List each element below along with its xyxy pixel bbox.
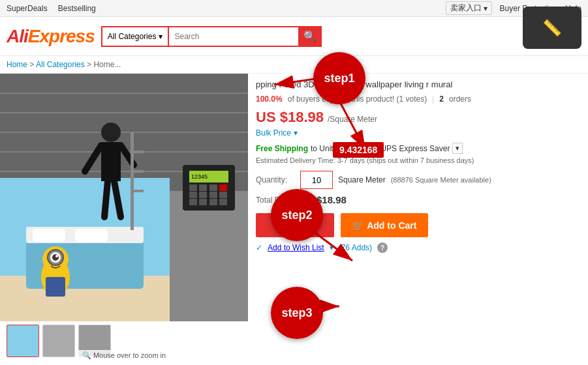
buy-now-button[interactable]: Buy Now (256, 213, 334, 237)
bulk-price-label: Bulk Price (256, 128, 291, 138)
shipping-dropdown[interactable]: ▾ (452, 143, 463, 154)
dropdown-icon: ▾ (456, 144, 459, 153)
magnify-icon: 🔍 (82, 351, 91, 359)
product-info: pping Pe ed 3D large murals wallpaper li… (248, 74, 588, 364)
price-value: US $18.98 (256, 109, 324, 126)
main-product-image[interactable]: 12345 (0, 74, 248, 321)
thumbnail-1[interactable] (7, 325, 39, 357)
minion-figure (39, 241, 72, 302)
total-row: Total Price: US $18.98 (256, 194, 580, 205)
svg-point-17 (52, 254, 59, 261)
orders-count: 2 (439, 95, 444, 104)
all-categories-link[interactable]: All Categories (36, 60, 85, 69)
bulk-price-row[interactable]: Bulk Price ▾ (256, 128, 580, 138)
action-buttons: Buy Now 🛒 Add to Cart (256, 213, 580, 237)
tape-measure-thumbnail: 📏 (523, 7, 581, 49)
search-icon: 🔍 (303, 30, 317, 42)
seller-entry-btn[interactable]: 卖家入口 ▾ (446, 1, 492, 15)
svg-point-18 (55, 255, 58, 257)
tape-icon: 📏 (542, 19, 562, 37)
search-category-dropdown[interactable]: All Categories ▾ (101, 26, 168, 47)
bulk-price-chevron: ▾ (294, 128, 298, 138)
free-shipping-label: Free Shipping (256, 144, 308, 153)
svg-rect-11 (33, 229, 65, 242)
chevron-down-icon: ▾ (159, 32, 162, 41)
quantity-unit: Square Meter (338, 175, 386, 184)
svg-rect-26 (131, 132, 134, 230)
search-bar: All Categories ▾ 🔍 (101, 26, 581, 47)
delivery-row: Estimated Delivery Time: 3-7 days (ships… (256, 156, 580, 164)
header: AliExpress 📏 All Categories ▾ 🔍 (0, 17, 588, 56)
quantity-available: (88876 Square Meter available) (391, 176, 491, 184)
chevron-down-icon: ▾ (484, 4, 487, 13)
quantity-row: Quantity: Square Meter (88876 Square Met… (256, 171, 580, 189)
total-label: Total Price: (256, 196, 295, 205)
superdeals-link[interactable]: SuperDeals (7, 4, 48, 13)
search-button[interactable]: 🔍 (298, 26, 322, 47)
home-link[interactable]: Home (7, 60, 27, 69)
person-silhouette (78, 113, 144, 245)
total-value: US $18.98 (300, 194, 347, 205)
wishlist-row: ✓ Add to Wish List ▾ (76 Adds) ? (256, 242, 580, 253)
svg-line-22 (85, 145, 101, 171)
svg-line-24 (104, 181, 108, 217)
product-images: 12345 (0, 74, 248, 364)
svg-rect-21 (101, 142, 121, 181)
price-row: US $18.98 /Square Meter (256, 109, 580, 126)
wishlist-count: (76 Adds) (339, 243, 372, 252)
thumbnail-2[interactable] (42, 325, 75, 357)
rating-percentage: 100.0% (256, 95, 283, 104)
add-to-wishlist-link[interactable]: Add to Wish List (268, 243, 324, 252)
cart-icon: 🛒 (352, 220, 364, 231)
rating-row: 100.0% of buyers enjoyed this product! (… (256, 95, 580, 104)
quantity-input[interactable] (300, 171, 333, 189)
main-content: 12345 (0, 74, 588, 364)
add-to-cart-button[interactable]: 🛒 Add to Cart (341, 213, 428, 237)
number-highlight: 9.432168 (333, 142, 384, 158)
wishlist-dropdown[interactable]: ▾ (330, 243, 333, 252)
svg-point-20 (101, 123, 121, 142)
breadcrumb: Home > All Categories > Home... (0, 56, 588, 74)
quantity-label: Quantity: (256, 175, 295, 184)
shipping-row: Free Shipping to United States via UPS E… (256, 143, 580, 154)
rating-text: of buyers enjoyed this product! (1 votes… (288, 95, 427, 104)
top-nav: SuperDeals Bestselling 卖家入口 ▾ Buyer Prot… (0, 0, 588, 17)
product-title: pping Pe ed 3D large murals wallpaper li… (256, 79, 580, 91)
calculator-image: 12345 (183, 165, 235, 211)
bestselling-link[interactable]: Bestselling (58, 4, 96, 13)
orders-label: orders (449, 95, 471, 104)
top-nav-left: SuperDeals Bestselling (7, 4, 96, 13)
logo: AliExpress (7, 26, 95, 47)
svg-rect-19 (46, 277, 65, 297)
help-icon[interactable]: ? (377, 242, 388, 253)
price-unit: /Square Meter (328, 115, 377, 124)
zoom-label: 🔍 Mouse over to zoom in (77, 350, 171, 361)
heart-icon: ✓ (256, 243, 262, 252)
svg-line-25 (114, 181, 121, 217)
search-input[interactable] (168, 26, 298, 47)
